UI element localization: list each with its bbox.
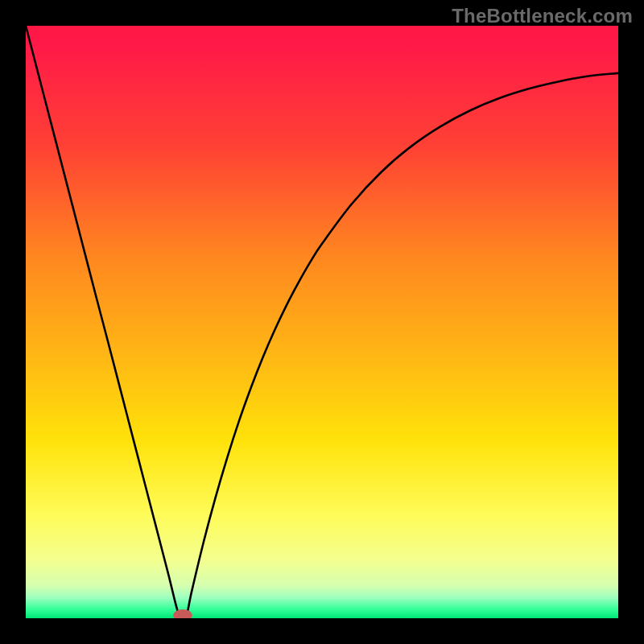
gradient-background <box>26 26 618 618</box>
plot-area <box>26 26 618 618</box>
chart-container: TheBottleneck.com <box>0 0 644 644</box>
watermark-text: TheBottleneck.com <box>452 5 633 27</box>
chart-svg <box>26 26 618 618</box>
